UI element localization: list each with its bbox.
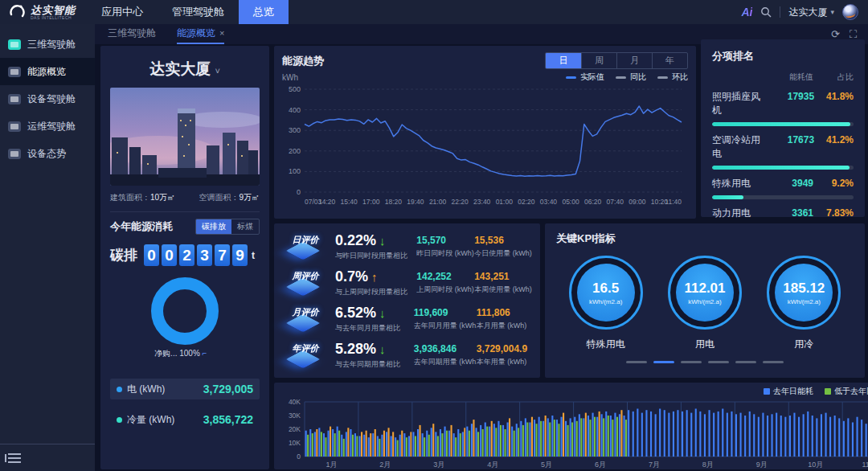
toggle-coal[interactable]: 标煤 <box>231 219 259 234</box>
sidebar-item-label: 运维驾驶舱 <box>27 120 76 133</box>
meter-row-cooling[interactable]: 冷量 (kWh) 3,856,722 <box>110 409 260 430</box>
legend-mom[interactable]: 环比 <box>657 72 688 83</box>
sidebar-item-label: 设备驾驶舱 <box>27 92 76 106</box>
legend-swatch <box>616 76 626 79</box>
legend-actual[interactable]: 实际值 <box>566 72 604 83</box>
period-tab-month[interactable]: 月 <box>616 53 652 68</box>
counter-digit: 7 <box>215 244 230 266</box>
kpi-page-dash[interactable] <box>708 361 729 363</box>
eval-prev-label: 昨日同时段 (kWh) <box>416 248 474 259</box>
kpi-item-special-power[interactable]: 16.5 kWh/(m2.a) 特殊用电 <box>569 256 643 351</box>
sidebar-item-device-status[interactable]: 设备态势 <box>0 140 95 167</box>
kpi-page-dash[interactable] <box>763 361 784 363</box>
donut-label: 净购... 100% ⌐ <box>154 348 207 359</box>
eval-cur-label: 本月用量 (kWh) <box>477 321 532 331</box>
meter-row-electric[interactable]: 电 (kWh) 3,729,005 <box>110 379 260 399</box>
donut-ring[interactable] <box>151 277 219 345</box>
legend-swatch <box>566 76 576 79</box>
ranking-bar-track <box>712 166 854 170</box>
toggle-carbon[interactable]: 碳排放 <box>196 219 231 234</box>
period-tab-year[interactable]: 年 <box>652 53 687 68</box>
ranking-row[interactable]: 照明插座风机 17935 41.8% <box>712 90 854 126</box>
search-icon[interactable] <box>760 6 772 18</box>
yearly-bar-panel: 去年日能耗 低于去年同期 高于去年同期 010K20K30K40K1月2月3月4… <box>274 383 868 469</box>
eval-percent: 5.28% <box>335 341 376 357</box>
kpi-page-dash[interactable] <box>626 361 647 363</box>
kpi-unit: kWh/(m2.a) <box>788 298 821 305</box>
tab-label: 三维驾驶舱 <box>108 27 156 39</box>
ranking-name: 空调冷站用电 <box>712 133 768 161</box>
top-navbar: 达实智能 DAS INTELLITECH 应用中心 管理驾驶舱 总览 Ai 达实… <box>0 0 868 24</box>
eval-cur-value: 3,729,004.9 <box>477 343 532 354</box>
svg-text:17:00: 17:00 <box>362 198 380 206</box>
ranking-bar-track <box>712 195 854 199</box>
period-tab-week[interactable]: 周 <box>581 53 616 68</box>
building-selector[interactable]: 达实大厦 ▾ <box>788 6 834 19</box>
avatar[interactable] <box>842 4 858 20</box>
building-photo <box>110 88 260 186</box>
sidebar-item-energy-overview[interactable]: 能源概览 <box>0 58 95 85</box>
collapse-sidebar-icon[interactable] <box>8 453 21 463</box>
fullscreen-icon[interactable]: ⛶ <box>850 29 857 39</box>
legend-lastyear[interactable]: 去年日能耗 <box>764 386 813 397</box>
eval-prev-label: 去年同期用量 (kWh... <box>414 357 477 367</box>
legend-yoy[interactable]: 同比 <box>616 72 646 83</box>
building-title[interactable]: 达实大厦 ˅ <box>110 59 260 80</box>
tab-energy-overview[interactable]: 能源概览× <box>177 24 224 44</box>
ranking-bar-track <box>712 122 854 126</box>
svg-text:100: 100 <box>289 167 301 175</box>
kpi-item-power[interactable]: 112.01 kWh/(m2.a) 用电 <box>668 256 742 351</box>
svg-text:300: 300 <box>289 126 301 134</box>
eval-prev-label: 上周同时段 (kWh) <box>416 285 474 295</box>
ai-assistant-button[interactable]: Ai <box>741 6 752 18</box>
sidebar-item-3d-cockpit[interactable]: 三维驾驶舱 <box>0 31 95 58</box>
svg-text:0: 0 <box>297 188 301 196</box>
svg-text:15:40: 15:40 <box>341 198 358 206</box>
kpi-page-dash[interactable] <box>653 361 674 363</box>
ranking-panel: 分项排名 能耗值 占比 照明插座风机 17935 41.8% 空调冷站用电 17… <box>701 39 865 217</box>
series-dot <box>117 417 122 423</box>
kpi-label: 特殊用电 <box>587 338 625 351</box>
counter-digit: 9 <box>232 244 248 266</box>
ranking-row[interactable]: 空调冷站用电 17673 41.2% <box>712 133 854 170</box>
svg-text:10月: 10月 <box>808 461 823 469</box>
legend-below-lastyear[interactable]: 低于去年同期 <box>825 386 868 397</box>
divider <box>110 211 260 212</box>
kpi-value: 112.01 <box>684 281 725 297</box>
svg-text:22:20: 22:20 <box>451 198 469 206</box>
svg-text:19:40: 19:40 <box>407 198 424 206</box>
evaluation-badge-label: 日评价 <box>282 234 329 246</box>
refresh-icon[interactable]: ⟳ <box>831 29 840 39</box>
counter-digit: 0 <box>144 244 159 266</box>
ranking-pct: 41.2% <box>814 134 854 145</box>
meter-value: 3,729,005 <box>203 383 253 395</box>
kpi-item-cooling[interactable]: 185.12 kWh/(m2.a) 用冷 <box>767 256 841 351</box>
kpi-page-dash[interactable] <box>681 361 702 363</box>
period-tab-day[interactable]: 日 <box>546 53 581 68</box>
bar-legend: 去年日能耗 低于去年同期 高于去年同期 <box>280 386 868 397</box>
tab-3d-cockpit[interactable]: 三维驾驶舱 <box>108 24 156 44</box>
eval-arrow: ↓ <box>379 234 386 248</box>
device-cockpit-icon <box>8 94 21 104</box>
energy-trend-line-chart: 010020030040050007/0314:2015:4017:0018:2… <box>282 83 688 218</box>
brand-logo[interactable]: 达实智能 DAS INTELLITECH <box>0 3 87 21</box>
energy-overview-icon <box>8 67 21 77</box>
meter-label: 冷量 (kWh) <box>127 413 174 427</box>
menu-item-overview[interactable]: 总览 <box>239 0 289 24</box>
sidebar-item-ops-cockpit[interactable]: 运维驾驶舱 <box>0 113 95 140</box>
svg-text:18:20: 18:20 <box>385 198 403 206</box>
menu-item-management-cockpit[interactable]: 管理驾驶舱 <box>158 0 239 24</box>
tab-close-icon[interactable]: × <box>219 28 224 38</box>
menu-item-app-center[interactable]: 应用中心 <box>87 0 158 24</box>
ranking-row[interactable]: 特殊用电 3949 9.2% <box>712 177 854 199</box>
main-menu: 应用中心 管理驾驶舱 总览 <box>87 0 289 24</box>
navbar-divider <box>780 6 780 18</box>
ranking-name: 特殊用电 <box>712 177 751 190</box>
eval-prev-value: 142,252 <box>416 271 474 282</box>
ac-area-value: 9万㎡ <box>239 193 260 202</box>
kpi-page-dash[interactable] <box>735 361 756 363</box>
sidebar-item-device-cockpit[interactable]: 设备驾驶舱 <box>0 85 95 113</box>
eval-desc: 与上周同时段用量相比 <box>335 287 416 297</box>
eval-cur-value: 143,251 <box>474 271 532 282</box>
kpi-value: 16.5 <box>592 281 619 297</box>
